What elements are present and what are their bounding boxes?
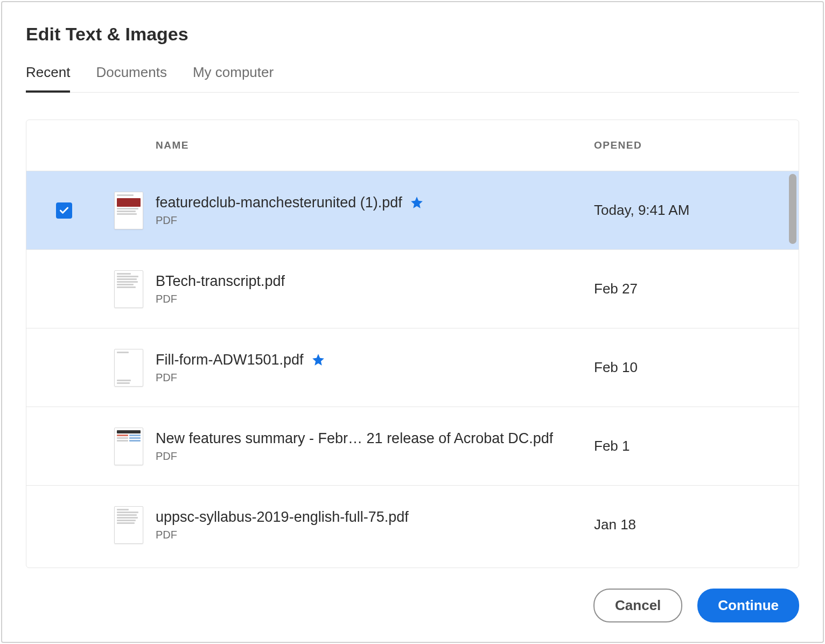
check-icon bbox=[59, 205, 69, 216]
file-thumbnail bbox=[114, 428, 143, 465]
file-thumbnail bbox=[114, 506, 143, 544]
column-header-name[interactable]: NAME bbox=[156, 139, 594, 151]
file-opened: Jan 18 bbox=[594, 516, 799, 533]
file-name: uppsc-syllabus-2019-english-full-75.pdf bbox=[156, 509, 409, 526]
table-row[interactable]: featuredclub-manchesterunited (1).pdf PD… bbox=[26, 171, 799, 249]
column-header-opened[interactable]: OPENED bbox=[594, 139, 799, 151]
file-type: PDF bbox=[156, 529, 583, 541]
tab-recent[interactable]: Recent bbox=[26, 64, 70, 93]
file-name: Fill-form-ADW1501.pdf bbox=[156, 352, 304, 368]
file-thumbnail bbox=[114, 192, 143, 229]
table-row[interactable]: New features summary - Febr… 21 release … bbox=[26, 407, 799, 485]
file-opened: Feb 10 bbox=[594, 359, 799, 376]
file-picker-dialog: Edit Text & Images Recent Documents My c… bbox=[1, 1, 824, 643]
row-checkbox[interactable] bbox=[56, 202, 72, 219]
file-opened: Today, 9:41 AM bbox=[594, 202, 799, 219]
tabs-bar: Recent Documents My computer bbox=[26, 64, 799, 93]
tab-documents[interactable]: Documents bbox=[96, 64, 167, 93]
file-opened: Feb 27 bbox=[594, 281, 799, 297]
cancel-button[interactable]: Cancel bbox=[593, 589, 682, 622]
file-thumbnail bbox=[114, 270, 143, 308]
scrollbar-thumb[interactable] bbox=[789, 174, 796, 244]
continue-button[interactable]: Continue bbox=[697, 589, 799, 622]
file-name: featuredclub-manchesterunited (1).pdf bbox=[156, 194, 402, 211]
dialog-footer: Cancel Continue bbox=[26, 568, 799, 622]
table-row[interactable]: Fill-form-ADW1501.pdf PDF Feb 10 bbox=[26, 328, 799, 407]
file-thumbnail bbox=[114, 349, 143, 387]
file-name: New features summary - Febr… 21 release … bbox=[156, 430, 553, 447]
table-row[interactable]: BTech-transcript.pdf PDF Feb 27 bbox=[26, 249, 799, 328]
file-type: PDF bbox=[156, 372, 583, 384]
file-type: PDF bbox=[156, 450, 583, 463]
file-opened: Feb 1 bbox=[594, 438, 799, 454]
star-icon[interactable] bbox=[410, 195, 424, 209]
file-rows[interactable]: featuredclub-manchesterunited (1).pdf PD… bbox=[26, 171, 799, 568]
file-name: BTech-transcript.pdf bbox=[156, 273, 285, 290]
file-type: PDF bbox=[156, 214, 583, 227]
star-icon[interactable] bbox=[311, 353, 325, 367]
table-row[interactable]: uppsc-syllabus-2019-english-full-75.pdf … bbox=[26, 485, 799, 564]
file-table: NAME OPENED bbox=[26, 120, 799, 568]
tab-my-computer[interactable]: My computer bbox=[193, 64, 274, 93]
file-type: PDF bbox=[156, 293, 583, 305]
dialog-title: Edit Text & Images bbox=[26, 24, 799, 45]
table-header: NAME OPENED bbox=[26, 120, 799, 171]
